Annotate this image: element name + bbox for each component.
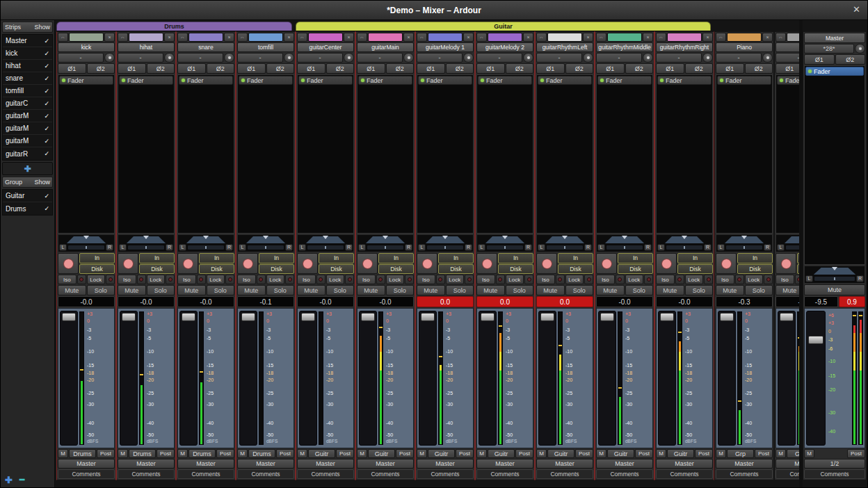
fader-slider[interactable]	[419, 311, 437, 446]
pan-width-slider[interactable]	[127, 245, 165, 250]
solo-button[interactable]: Solo	[446, 285, 474, 295]
processor-box[interactable]: Fader	[656, 74, 713, 234]
comments-button[interactable]: Comments	[237, 469, 294, 479]
solo-isolate-led[interactable]	[257, 275, 266, 284]
monitor-disk-button[interactable]: Disk	[79, 264, 115, 275]
strip-width-button[interactable]: ⇔	[536, 33, 547, 42]
fader-processor[interactable]: Fader	[418, 76, 472, 85]
gain-display[interactable]: -0.0	[177, 296, 234, 307]
sidebar-list-row[interactable]: hihat ✓	[3, 60, 52, 72]
monitor-disk-button[interactable]: Disk	[319, 264, 354, 275]
pan-width-slider[interactable]	[486, 245, 524, 250]
sidebar-list-row[interactable]: guitarM ✓	[3, 135, 52, 147]
solo-isolate-button[interactable]: Iso	[476, 275, 495, 284]
show-checkmark[interactable]: ✓	[44, 138, 49, 145]
processor-box[interactable]: Fader	[357, 74, 414, 234]
show-checkmark[interactable]: ✓	[44, 88, 49, 95]
fader-handle[interactable]	[241, 313, 255, 321]
phase-1-button[interactable]: Ø1	[58, 63, 86, 74]
fader-processor[interactable]: Fader	[239, 76, 293, 85]
gain-display[interactable]: -0.0	[58, 296, 115, 307]
phase-1-button[interactable]: Ø1	[775, 63, 799, 74]
strip-name-button[interactable]: tomfill	[237, 42, 294, 52]
fader-handle[interactable]	[122, 313, 136, 321]
strip-hide-button[interactable]: ×	[284, 33, 294, 42]
strip-width-button[interactable]: ⇔	[58, 33, 68, 42]
monitor-input-button[interactable]: In	[618, 253, 653, 263]
strip-hide-button[interactable]: ×	[224, 33, 234, 42]
solo-isolate-button[interactable]: Iso	[417, 275, 435, 284]
m-button[interactable]: M	[177, 449, 188, 458]
master-name-button[interactable]: Master	[804, 33, 865, 43]
output-button[interactable]: Master	[297, 459, 354, 469]
input-button[interactable]: -	[177, 53, 223, 63]
level-meter[interactable]	[618, 311, 622, 445]
group-button[interactable]: Guitr	[667, 449, 694, 458]
fader-slider[interactable]	[778, 311, 796, 446]
record-arm-button[interactable]	[177, 253, 198, 274]
meter-point-button[interactable]: Post	[336, 449, 354, 458]
comments-button[interactable]: Comments	[297, 469, 354, 479]
fader-handle[interactable]	[421, 313, 435, 321]
pan-azimuth-display[interactable]	[358, 236, 412, 243]
add-group-button[interactable]: ✚	[5, 475, 13, 485]
pan-widget[interactable]: L R	[118, 234, 175, 252]
solo-isolate-led[interactable]	[436, 275, 445, 284]
show-checkmark[interactable]: ✓	[44, 38, 49, 44]
strip-color-swatch[interactable]	[188, 33, 223, 42]
strip-hide-button[interactable]: ×	[403, 33, 414, 42]
phase-2-button[interactable]: Ø2	[386, 63, 415, 74]
record-arm-button[interactable]	[118, 253, 138, 274]
m-button[interactable]: M	[357, 449, 367, 458]
pan-width-slider[interactable]	[814, 276, 855, 282]
solo-isolate-button[interactable]: Iso	[118, 275, 136, 284]
strip-name-button[interactable]: guitarMelody 1	[417, 42, 474, 52]
output-button[interactable]: Master	[775, 459, 799, 469]
processor-box[interactable]: Fader	[716, 74, 773, 234]
show-checkmark[interactable]: ✓	[44, 150, 49, 157]
m-button[interactable]: M	[297, 449, 307, 458]
mute-button[interactable]: Mute	[536, 285, 565, 295]
show-checkmark[interactable]: ✓	[44, 75, 49, 82]
output-button[interactable]: Master	[357, 459, 414, 469]
m-button[interactable]: M	[58, 449, 68, 458]
phase-1-button[interactable]: Ø1	[716, 63, 744, 74]
output-button[interactable]: Master	[417, 459, 474, 469]
meter-point-button[interactable]: Post	[156, 449, 175, 458]
processor-box[interactable]: Fader	[297, 74, 354, 234]
level-meter[interactable]	[79, 311, 84, 445]
solo-button[interactable]: Solo	[386, 285, 415, 295]
phase-1-button[interactable]: Ø1	[417, 63, 445, 74]
phase-2-button[interactable]: Ø2	[207, 63, 235, 74]
trim-knob[interactable]	[583, 53, 593, 63]
monitor-input-button[interactable]: In	[139, 253, 175, 263]
sidebar-list-row[interactable]: kick ✓	[3, 47, 52, 60]
meter-point-button[interactable]: Post	[635, 449, 653, 458]
solo-isolate-led[interactable]	[376, 275, 385, 284]
output-button[interactable]: Master	[476, 459, 533, 469]
fader-processor[interactable]: Fader	[119, 76, 173, 85]
phase-1-button[interactable]: Ø1	[118, 63, 146, 74]
meter-point-button[interactable]: Post	[396, 449, 414, 458]
sidebar-list-row[interactable]: guitarM ✓	[3, 110, 52, 122]
pan-width-slider[interactable]	[67, 245, 105, 250]
solo-isolate-button[interactable]: Iso	[58, 275, 77, 284]
phase-2-button[interactable]: Ø2	[147, 63, 175, 74]
pan-widget[interactable]: L R	[357, 234, 414, 252]
monitor-disk-button[interactable]: Disk	[677, 264, 713, 275]
comments-button[interactable]: Comments	[417, 469, 474, 479]
solo-lock-led[interactable]	[405, 275, 414, 284]
comments-button[interactable]: Comments	[775, 469, 799, 479]
comments-button[interactable]: Comments	[476, 469, 533, 479]
input-button[interactable]: -	[417, 53, 463, 63]
pan-azimuth-display[interactable]	[239, 236, 293, 243]
fader-slider[interactable]	[60, 311, 78, 446]
strip-color-swatch[interactable]	[488, 33, 522, 42]
mute-button[interactable]: Mute	[58, 285, 86, 295]
remove-group-button[interactable]: ━	[19, 475, 24, 484]
group-button[interactable]: Guitr	[308, 449, 335, 458]
solo-isolate-led[interactable]	[735, 275, 744, 284]
m-button[interactable]: M	[596, 449, 606, 458]
solo-button[interactable]: Solo	[625, 285, 654, 295]
strip-color-swatch[interactable]	[428, 33, 463, 42]
